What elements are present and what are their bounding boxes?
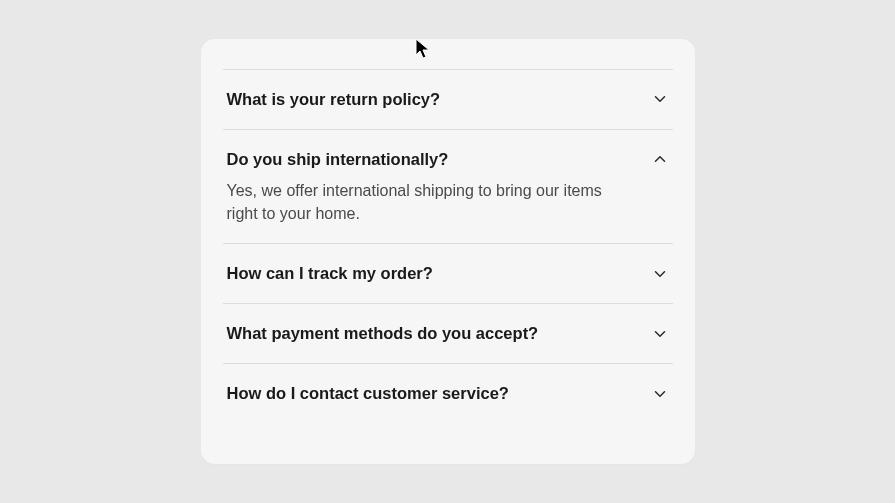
faq-item-return-policy: What is your return policy?: [223, 69, 673, 129]
faq-item-contact-service: How do I contact customer service?: [223, 363, 673, 424]
faq-toggle-contact-service[interactable]: How do I contact customer service?: [227, 382, 669, 405]
chevron-up-icon: [651, 150, 669, 168]
faq-answer: Yes, we offer international shipping to …: [227, 179, 607, 225]
faq-card: What is your return policy? Do you ship …: [201, 39, 695, 465]
faq-item-international-shipping: Do you ship internationally? Yes, we off…: [223, 129, 673, 243]
chevron-down-icon: [651, 265, 669, 283]
faq-question: How do I contact customer service?: [227, 382, 509, 405]
faq-toggle-international-shipping[interactable]: Do you ship internationally?: [227, 148, 669, 171]
faq-toggle-track-order[interactable]: How can I track my order?: [227, 262, 669, 285]
chevron-down-icon: [651, 385, 669, 403]
faq-question: How can I track my order?: [227, 262, 433, 285]
faq-item-track-order: How can I track my order?: [223, 243, 673, 303]
chevron-down-icon: [651, 325, 669, 343]
faq-toggle-payment-methods[interactable]: What payment methods do you accept?: [227, 322, 669, 345]
faq-question: Do you ship internationally?: [227, 148, 449, 171]
faq-item-payment-methods: What payment methods do you accept?: [223, 303, 673, 363]
chevron-down-icon: [651, 90, 669, 108]
faq-toggle-return-policy[interactable]: What is your return policy?: [227, 88, 669, 111]
faq-question: What is your return policy?: [227, 88, 441, 111]
faq-question: What payment methods do you accept?: [227, 322, 539, 345]
